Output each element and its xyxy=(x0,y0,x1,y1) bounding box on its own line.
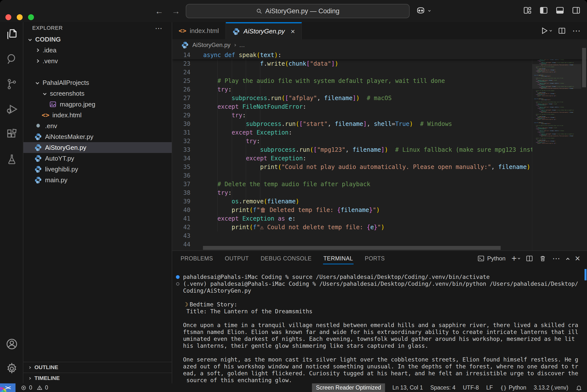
code-line[interactable]: 30 subprocess.run(["start", filename], s… xyxy=(172,120,587,128)
code-line[interactable]: 33 subprocess.run(["mpg123", filename]) … xyxy=(172,145,587,154)
activity-bar-item-run-debug[interactable] xyxy=(5,102,19,116)
code-line[interactable]: 43 xyxy=(172,232,587,240)
split-terminal-icon[interactable] xyxy=(526,255,533,262)
close-window-button[interactable] xyxy=(6,14,11,20)
panel-tab-output[interactable]: OUTPUT xyxy=(224,252,249,265)
back-button[interactable]: ← xyxy=(155,6,163,16)
tab-aistorygen-py[interactable]: AiStoryGen.py× xyxy=(226,22,302,39)
sidebar-section-outline[interactable]: OUTLINE xyxy=(23,362,172,372)
toggle-sidebar-icon[interactable] xyxy=(539,6,548,15)
activity-bar-item-testing[interactable] xyxy=(5,152,19,167)
toggle-secondary-sidebar-icon[interactable] xyxy=(572,6,580,15)
panel-more-icon[interactable]: ⋯ xyxy=(552,254,561,263)
status-item-screen-reader-optimized[interactable]: Screen Reader Optimized xyxy=(312,384,385,392)
chevron-down-icon xyxy=(518,257,520,259)
status-item-utf-8[interactable]: UTF-8 xyxy=(463,384,479,392)
code-editor[interactable]: 23 f.write(chunk["data"])2425 # Play the… xyxy=(172,51,587,250)
code-line[interactable]: 29 try: xyxy=(172,111,587,120)
minimap[interactable]: async def speak(text): f.write(chunk["da… xyxy=(532,51,581,250)
minimize-window-button[interactable] xyxy=(17,14,23,20)
toggle-panel-icon[interactable] xyxy=(555,6,564,15)
code-line[interactable]: 28 except FileNotFoundError: xyxy=(172,102,587,111)
breadcrumb-more[interactable]: … xyxy=(239,42,245,48)
explorer-folder-screenshots[interactable]: screenshots xyxy=(23,88,172,99)
activity-bar-item-settings[interactable] xyxy=(5,361,19,376)
terminal-profile[interactable]: Python xyxy=(477,255,505,262)
explorer-file-liveghibli-py[interactable]: liveghibli.py xyxy=(23,164,172,174)
explorer-file-ainotesmaker-py[interactable]: AiNotesMaker.py xyxy=(23,131,172,142)
status-item-lf[interactable]: LF xyxy=(486,384,493,392)
zoom-window-button[interactable] xyxy=(28,14,34,20)
terminal-line: One serene night, as the moon cast its s… xyxy=(172,356,587,363)
kill-terminal-icon[interactable] xyxy=(539,255,546,262)
status-item-bell-icon[interactable] xyxy=(576,384,582,392)
activity-bar-item-source-control[interactable] xyxy=(5,77,19,92)
breadcrumb-file[interactable]: AiStoryGen.py xyxy=(192,42,231,48)
explorer-folder-pahalallprojects[interactable]: PahalAllProjects xyxy=(23,77,172,88)
panel-tab-debug-console[interactable]: DEBUG CONSOLE xyxy=(260,252,312,265)
code-line[interactable] xyxy=(533,145,581,146)
error-count[interactable]: 0 xyxy=(29,384,32,391)
status-item-python[interactable]: {}Python xyxy=(500,384,526,392)
code-line[interactable]: 40 print(f"🗑 Deleted temp file: {filenam… xyxy=(172,206,587,214)
code-line[interactable]: 23 f.write(chunk["data"]) xyxy=(172,59,587,68)
explorer-folder--venv[interactable]: .venv xyxy=(23,56,172,66)
status-item-ln-13-col-1[interactable]: Ln 13, Col 1 xyxy=(392,384,423,392)
terminal-line: ead, a soft, golden light flickered. Cur… xyxy=(172,370,587,377)
code-line[interactable]: 41 except Exception as e: xyxy=(172,214,587,223)
tab-index-html[interactable]: <>index.html xyxy=(172,22,226,39)
vertical-scrollbar[interactable] xyxy=(582,48,586,87)
maximize-panel-icon[interactable] xyxy=(566,258,569,261)
close-panel-icon[interactable]: × xyxy=(575,253,580,264)
activity-bar-item-extensions[interactable] xyxy=(5,127,19,142)
explorer-file-magpro-jpeg[interactable]: magpro.jpeg xyxy=(23,99,172,110)
copilot-menu[interactable] xyxy=(415,6,430,16)
explorer-folder-coding[interactable]: CODING xyxy=(23,34,172,45)
explorer-folder--idea[interactable]: .idea xyxy=(23,45,172,56)
html-icon: <> xyxy=(42,112,50,119)
activity-bar-item-search[interactable] xyxy=(5,52,19,66)
code-line[interactable]: 31 except Exception: xyxy=(172,128,587,137)
code-line[interactable]: 42 print(f"⚠ Could not delete temp file:… xyxy=(172,223,587,232)
code-line[interactable]: 26 try: xyxy=(172,85,587,94)
breadcrumb[interactable]: AiStoryGen.py … xyxy=(172,39,587,51)
close-tab-icon[interactable]: × xyxy=(291,27,295,36)
terminal-output[interactable]: pahaldesai@Pahals-iMac Coding % source /… xyxy=(172,266,587,384)
status-item-spaces-4[interactable]: Spaces: 4 xyxy=(430,384,455,392)
more-actions-icon[interactable]: ⋯ xyxy=(572,26,581,36)
panel-tab-terminal[interactable]: TERMINAL xyxy=(323,252,354,265)
terminal-scrollbar[interactable] xyxy=(584,269,586,280)
warning-count[interactable]: 0 xyxy=(45,384,48,391)
code-line[interactable]: 32 try: xyxy=(172,137,587,145)
panel-tab-problems[interactable]: PROBLEMS xyxy=(180,252,214,265)
explorer-file-autoyt-py[interactable]: AutoYT.py xyxy=(23,153,172,164)
code-line[interactable]: 38 try: xyxy=(172,188,587,197)
new-terminal-button[interactable]: + xyxy=(511,253,520,264)
explorer-file--env[interactable]: .env xyxy=(23,120,172,131)
panel-tab-ports[interactable]: PORTS xyxy=(364,252,385,265)
customize-layout-icon[interactable] xyxy=(523,6,532,15)
activity-bar-item-explorer[interactable] xyxy=(5,26,19,41)
explorer-file-index-html[interactable]: <>index.html xyxy=(23,110,172,120)
code-line[interactable]: 27 subprocess.run(["afplay", filename]) … xyxy=(172,94,587,102)
code-line[interactable]: 37 # Delete the temp audio file after pl… xyxy=(172,180,587,188)
status-item-3-13-2-venv-[interactable]: 3.13.2 (.venv) xyxy=(534,384,568,392)
command-center-search[interactable]: AiStoryGen.py — Coding xyxy=(186,4,410,18)
explorer-more-actions[interactable]: ⋯ xyxy=(155,24,163,32)
explorer-file-aistorygen-py[interactable]: AiStoryGen.py xyxy=(23,142,172,153)
sidebar-section-timeline[interactable]: TIMELINE xyxy=(23,372,172,384)
run-button[interactable] xyxy=(540,26,551,35)
forward-button[interactable]: → xyxy=(172,6,180,16)
code-line[interactable]: 25 # Play the audio file with system def… xyxy=(172,76,587,85)
code-line[interactable]: 36 xyxy=(172,171,587,180)
code-line[interactable]: 14async def speak(text): xyxy=(172,51,587,59)
code-line[interactable]: 24 xyxy=(172,68,587,76)
terminal-line: source of this enchanting glow. xyxy=(172,377,587,384)
code-line[interactable]: 34 except Exception: xyxy=(172,154,587,162)
explorer-file-main-py[interactable]: main.py xyxy=(23,174,172,186)
code-line[interactable]: 39 os.remove(filename) xyxy=(172,197,587,206)
horizontal-scrollbar[interactable] xyxy=(203,246,501,250)
activity-bar-item-account[interactable] xyxy=(5,337,19,352)
split-editor-icon[interactable] xyxy=(558,27,566,35)
code-line[interactable]: 35 print("Could not play audio automatic… xyxy=(172,162,587,171)
